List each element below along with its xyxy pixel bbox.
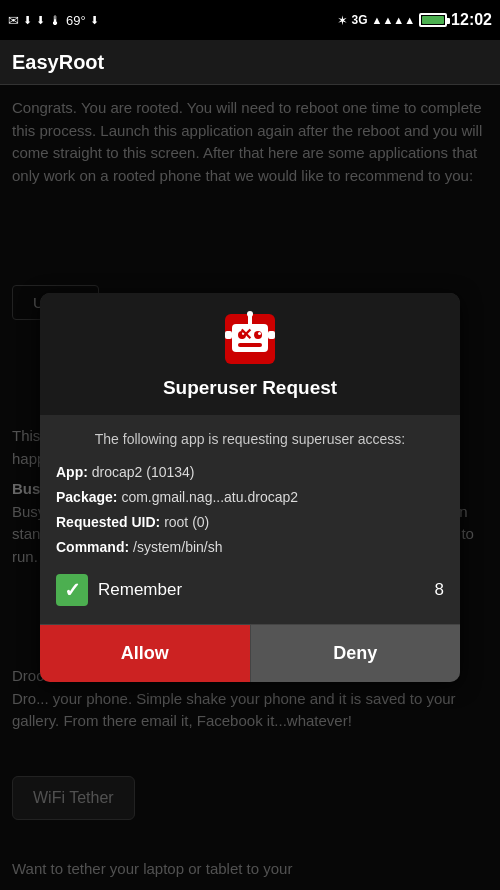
allow-button[interactable]: Allow: [40, 625, 251, 682]
remember-count: 8: [435, 577, 444, 603]
app-value: drocap2 (10134): [92, 464, 195, 480]
command-label: Command:: [56, 539, 129, 555]
dialog-app-field: App: drocap2 (10134): [56, 462, 444, 483]
svg-rect-9: [225, 331, 232, 339]
package-value: com.gmail.nag...atu.drocap2: [121, 489, 298, 505]
svg-rect-6: [238, 343, 262, 347]
svg-rect-10: [268, 331, 275, 339]
dialog-buttons: Allow Deny: [40, 624, 460, 682]
dialog-package-field: Package: com.gmail.nag...atu.drocap2: [56, 487, 444, 508]
deny-button[interactable]: Deny: [251, 625, 461, 682]
checkmark-icon: ✓: [64, 575, 81, 605]
temperature-value: 69°: [66, 13, 86, 28]
temperature-icon: 🌡: [49, 13, 62, 28]
dialog-header: ✕ Superuser Request: [40, 293, 460, 415]
svg-point-8: [247, 311, 253, 317]
dialog-overlay: ✕ Superuser Request The following app is…: [0, 85, 500, 890]
svg-point-5: [258, 332, 261, 335]
command-value: /system/bin/sh: [133, 539, 222, 555]
main-content: Congrats. You are rooted. You will need …: [0, 85, 500, 890]
status-time: 12:02: [451, 11, 492, 29]
app-title: EasyRoot: [12, 51, 104, 74]
remember-left: ✓ Remember: [56, 574, 182, 606]
status-bar: ✉ ⬇ ⬇ 🌡 69° ⬇ ✶ 3G ▲▲▲▲ 12:02: [0, 0, 500, 40]
dialog-subtitle: The following app is requesting superuse…: [56, 429, 444, 450]
uid-value: root (0): [164, 514, 209, 530]
remember-row: ✓ Remember 8: [56, 570, 444, 610]
download-icon-1: ⬇: [23, 14, 32, 27]
dialog-uid-field: Requested UID: root (0): [56, 512, 444, 533]
download-icon-3: ⬇: [90, 14, 99, 27]
network-type: 3G: [352, 13, 368, 27]
svg-text:✕: ✕: [239, 326, 252, 343]
svg-point-3: [254, 331, 262, 339]
app-label: App:: [56, 464, 88, 480]
dialog-body: The following app is requesting superuse…: [40, 415, 460, 624]
dialog-command-field: Command: /system/bin/sh: [56, 537, 444, 558]
battery-icon: [419, 13, 447, 27]
remember-checkbox[interactable]: ✓: [56, 574, 88, 606]
download-icon-2: ⬇: [36, 14, 45, 27]
status-right-icons: ✶ 3G ▲▲▲▲ 12:02: [337, 11, 493, 29]
app-titlebar: EasyRoot: [0, 40, 500, 85]
bluetooth-icon: ✶: [337, 13, 348, 28]
dialog-title: Superuser Request: [163, 377, 337, 399]
superuser-icon: ✕: [220, 309, 280, 369]
superuser-dialog: ✕ Superuser Request The following app is…: [40, 293, 460, 682]
uid-label: Requested UID:: [56, 514, 160, 530]
package-label: Package:: [56, 489, 117, 505]
status-left-icons: ✉ ⬇ ⬇ 🌡 69° ⬇: [8, 13, 99, 28]
remember-label: Remember: [98, 577, 182, 603]
gmail-icon: ✉: [8, 13, 19, 28]
signal-icon: ▲▲▲▲: [372, 14, 416, 26]
